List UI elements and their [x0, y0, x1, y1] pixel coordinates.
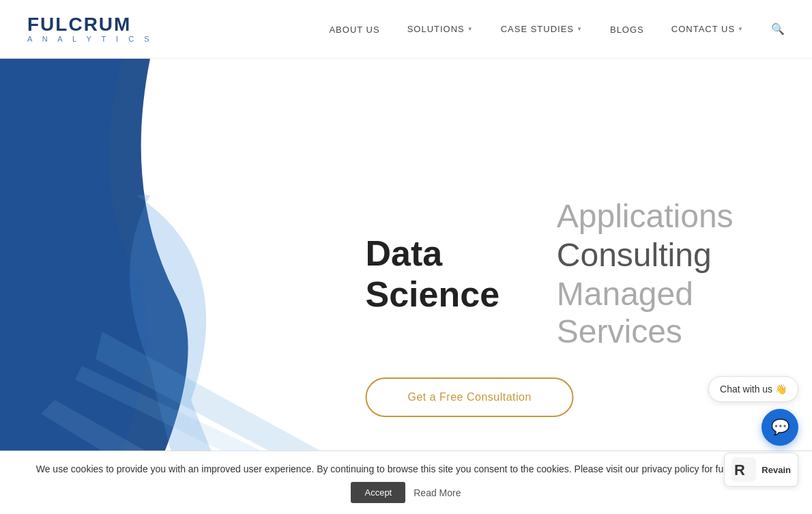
read-more-link[interactable]: Read More — [414, 487, 461, 498]
accept-button[interactable]: Accept — [351, 482, 405, 503]
nav-links: ABOUT US SOLUTIONS ▼ CASE STUDIES ▼ BLOG… — [329, 23, 785, 35]
nav-solutions-link[interactable]: SOLUTIONS ▼ — [407, 24, 474, 34]
case-studies-dropdown-icon: ▼ — [577, 26, 583, 32]
nav-about[interactable]: ABOUT US — [329, 23, 379, 35]
hero-background-svg — [0, 59, 328, 514]
revain-label: Revain — [762, 465, 791, 475]
navbar: FULCRUM A N A L Y T I C S ABOUT US SOLUT… — [0, 0, 812, 59]
nav-contact-link[interactable]: CONTACT US ▼ — [671, 24, 744, 34]
logo[interactable]: FULCRUM A N A L Y T I C S — [27, 15, 154, 43]
revain-widget[interactable]: R Revain — [724, 453, 798, 487]
search-icon[interactable]: 🔍 — [771, 23, 785, 35]
logo-analytics: A N A L Y T I C S — [27, 35, 154, 43]
nav-blogs[interactable]: BLOGS — [610, 23, 644, 35]
chat-button[interactable]: 💬 — [762, 409, 798, 446]
chat-bubble: Chat with us 👋 — [708, 376, 798, 402]
nav-case-studies-link[interactable]: CASE STUDIES ▼ — [501, 24, 583, 34]
nav-contact[interactable]: CONTACT US ▼ — [671, 24, 744, 34]
contact-dropdown-icon: ▼ — [738, 26, 744, 32]
hero-managed-text: Managed Services — [557, 275, 772, 350]
svg-text:R: R — [734, 461, 745, 479]
solutions-dropdown-icon: ▼ — [467, 26, 474, 32]
hero-data-science-text: Data Science — [366, 233, 540, 315]
cookie-actions: Accept Read More — [14, 482, 798, 503]
chat-widget: Chat with us 👋 💬 — [708, 376, 798, 446]
nav-solutions[interactable]: SOLUTIONS ▼ — [407, 24, 474, 34]
logo-fulcrum: FULCRUM — [27, 15, 154, 34]
hero-consulting-text: Consulting — [557, 236, 772, 274]
consultation-button[interactable]: Get a Free Consultation — [366, 377, 574, 417]
chat-icon: 💬 — [771, 418, 789, 436]
hero-headline-group: Data Science Applications Consulting Man… — [366, 197, 772, 350]
hero-right-words: Applications Consulting Managed Services — [557, 197, 772, 350]
revain-logo-icon: R — [731, 457, 756, 482]
hero-applications-text: Applications — [557, 197, 772, 235]
nav-search[interactable]: 🔍 — [771, 23, 785, 35]
nav-about-link[interactable]: ABOUT US — [329, 25, 379, 35]
hero-section: Data Science Applications Consulting Man… — [0, 59, 812, 514]
cookie-text: We use cookies to provide you with an im… — [14, 462, 798, 476]
nav-blogs-link[interactable]: BLOGS — [610, 25, 644, 35]
cookie-banner: We use cookies to provide you with an im… — [0, 451, 812, 514]
nav-case-studies[interactable]: CASE STUDIES ▼ — [501, 24, 583, 34]
